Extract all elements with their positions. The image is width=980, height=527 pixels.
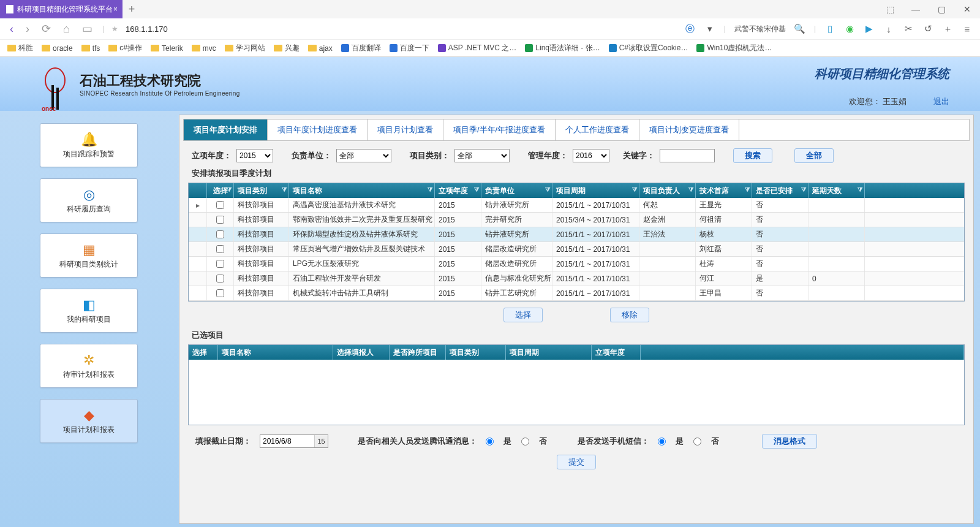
filter-icon[interactable]: ⧩: [745, 186, 750, 194]
table-row[interactable]: 科技部项目环保防塌型改性淀粉及钻井液体系研究2015钻井液研究所2015/1/1…: [189, 227, 964, 242]
filter-icon[interactable]: ⧩: [474, 186, 479, 194]
search-icon[interactable]: 🔍: [794, 23, 805, 34]
back-icon[interactable]: ‹: [7, 23, 16, 36]
all-button[interactable]: 全部: [794, 148, 834, 163]
undo-icon[interactable]: ↺: [922, 23, 933, 34]
menu-icon[interactable]: ≡: [962, 23, 973, 34]
plus-icon[interactable]: ＋: [942, 23, 953, 34]
content-tab[interactable]: 项目月计划查看: [368, 119, 443, 140]
win-close-icon[interactable]: ✕: [954, 0, 980, 18]
win-minimize-icon[interactable]: —: [903, 0, 929, 18]
sidebar-item[interactable]: ◆项目计划和报表: [40, 399, 138, 443]
grid-body[interactable]: ▸科技部项目高温高密度油基钻井液技术研究2015钻井液研究所2015/1/1 ~…: [189, 198, 964, 301]
col-header[interactable]: 延期天数⧩: [809, 183, 865, 198]
bookmark-item[interactable]: mvc: [192, 44, 216, 53]
table-row[interactable]: 科技部项目鄂南致密油低效井二次完井及重复压裂研究2015完井研究所2015/3/…: [189, 213, 964, 227]
col-header[interactable]: 项目类别⧩: [234, 183, 289, 198]
col-header[interactable]: 项目名称: [218, 345, 333, 360]
date-input[interactable]: [260, 437, 314, 445]
expand-icon[interactable]: ▸: [189, 198, 207, 212]
sidebar-item[interactable]: ◎科研履历查询: [40, 178, 138, 222]
home-icon[interactable]: ⌂: [61, 23, 72, 36]
col-header[interactable]: 技术首席⧩: [696, 183, 752, 198]
bookmark-item[interactable]: 百度一下: [390, 43, 429, 53]
bookmark-item[interactable]: c#操作: [108, 43, 142, 53]
filter-icon[interactable]: ⧩: [688, 186, 693, 194]
col-header[interactable]: 是否跨所项目: [390, 345, 446, 360]
content-tab[interactable]: 项目计划变更进度查看: [639, 119, 739, 140]
row-checkbox[interactable]: [216, 245, 224, 253]
bookmark-item[interactable]: ajax: [308, 44, 333, 53]
remove-button[interactable]: 移除: [610, 308, 649, 322]
submit-button[interactable]: 提交: [557, 455, 596, 469]
expand-icon[interactable]: [189, 242, 207, 256]
filter-icon[interactable]: ⧩: [545, 186, 550, 194]
calendar-icon[interactable]: 15: [314, 435, 328, 447]
bookmark-item[interactable]: tfs: [81, 44, 100, 53]
bookmark-item[interactable]: ASP .NET MVC 之…: [438, 43, 517, 53]
sidebar-item[interactable]: ✲待审计划和报表: [40, 344, 138, 388]
chevron-down-icon[interactable]: ▾: [704, 23, 715, 34]
select-type[interactable]: 全部: [454, 149, 510, 162]
radio-sms-yes[interactable]: [658, 438, 666, 445]
win-maximize-icon[interactable]: ▢: [929, 0, 954, 18]
sidebar-item[interactable]: ▦科研项目类别统计: [40, 233, 138, 278]
radio-sms-no[interactable]: [693, 438, 701, 445]
bookmark-item[interactable]: Linq语法详细 - 张…: [525, 43, 600, 53]
col-header[interactable]: 负责单位⧩: [481, 183, 552, 198]
bookmark-item[interactable]: Win10虚拟机无法…: [696, 43, 772, 53]
expand-icon[interactable]: [189, 271, 207, 286]
forward-icon[interactable]: ›: [23, 23, 32, 36]
row-checkbox[interactable]: [216, 275, 224, 282]
bookmark-item[interactable]: Telerik: [151, 44, 183, 53]
table-row[interactable]: 科技部项目常压页岩气增产增效钻井及压裂关键技术2015储层改造研究所2015/1…: [189, 242, 964, 257]
col-header[interactable]: 立项年度: [592, 345, 641, 360]
msg-format-button[interactable]: 消息格式: [762, 434, 817, 449]
radio-tx-no[interactable]: [521, 438, 529, 445]
close-icon[interactable]: ×: [113, 5, 118, 13]
bookmark-item[interactable]: C#读取设置Cookie…: [609, 43, 688, 53]
sidebar-item[interactable]: 🔔项目跟踪和预警: [40, 123, 138, 167]
col-header[interactable]: 是否已安排⧩: [752, 183, 809, 198]
cut-icon[interactable]: ✂: [903, 23, 914, 34]
filter-icon[interactable]: ⧩: [282, 186, 287, 194]
search-button[interactable]: 搜索: [733, 148, 772, 163]
filter-icon[interactable]: ⧩: [227, 186, 232, 194]
select-button[interactable]: 选择: [503, 308, 543, 322]
table-row[interactable]: 科技部项目机械式旋转冲击钻井工具研制2015钻井工艺研究所2015/1/1 ~ …: [189, 286, 964, 301]
bookmark-item[interactable]: 科胜: [7, 43, 33, 53]
col-header[interactable]: 选择填报人: [333, 345, 390, 360]
col-header[interactable]: 项目周期⧩: [552, 183, 639, 198]
content-tab[interactable]: 项目季/半年/年报进度查看: [443, 119, 556, 140]
col-header[interactable]: 项目类别: [446, 345, 506, 360]
bookmark-item[interactable]: 学习网站: [225, 43, 265, 53]
content-tab[interactable]: 项目年度计划安排: [184, 119, 268, 140]
reader-icon[interactable]: ▭: [80, 22, 95, 36]
win-pin-icon[interactable]: ⬚: [877, 0, 903, 18]
input-keyword[interactable]: [660, 149, 715, 162]
col-header[interactable]: 立项年度⧩: [435, 183, 481, 198]
play-icon[interactable]: ▶: [864, 23, 875, 34]
content-tab[interactable]: 个人工作进度查看: [556, 119, 639, 140]
table-row[interactable]: 科技部项目石油工程软件开发平台研发2015信息与标准化研究所2015/1/1 ~…: [189, 271, 964, 286]
wechat-icon[interactable]: ◉: [844, 23, 855, 34]
expand-icon[interactable]: [189, 286, 207, 300]
table-row[interactable]: ▸科技部项目高温高密度油基钻井液技术研究2015钻井液研究所2015/1/1 ~…: [189, 198, 964, 213]
selected-grid-body[interactable]: [189, 360, 964, 425]
col-header[interactable]: 项目负责人⧩: [639, 183, 696, 198]
col-header[interactable]: 选择: [189, 345, 218, 360]
bookmark-item[interactable]: oracle: [42, 44, 73, 53]
col-header[interactable]: 选择⧩: [207, 183, 234, 198]
expand-icon[interactable]: [189, 227, 207, 241]
row-checkbox[interactable]: [216, 230, 224, 238]
select-unit[interactable]: 全部: [336, 149, 391, 162]
bookmark-item[interactable]: 百度翻译: [341, 43, 381, 53]
compat-icon[interactable]: ⓔ: [685, 23, 696, 34]
row-checkbox[interactable]: [216, 260, 224, 268]
radio-tx-yes[interactable]: [486, 438, 494, 445]
refresh-icon[interactable]: ⟳: [39, 22, 53, 36]
filter-icon[interactable]: ⧩: [801, 186, 806, 194]
browser-tab[interactable]: 科研项目精细化管理系统平台 ×: [0, 0, 123, 18]
filter-icon[interactable]: ⧩: [428, 186, 432, 194]
date-picker[interactable]: 15: [260, 434, 328, 448]
